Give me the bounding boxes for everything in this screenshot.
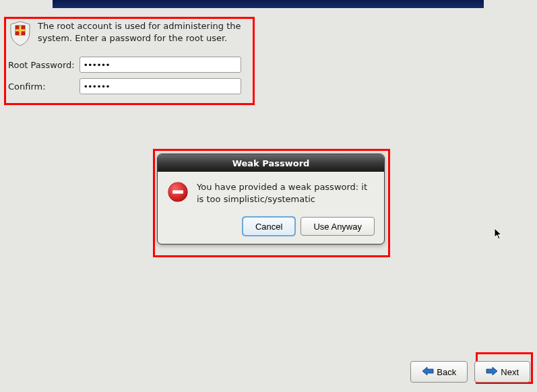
arrow-right-icon	[486, 366, 498, 378]
root-password-label: Root Password:	[8, 60, 80, 70]
dialog-title[interactable]: Weak Password	[158, 154, 384, 172]
next-button[interactable]: Next	[474, 361, 530, 383]
root-description: The root account is used for administeri…	[38, 20, 251, 47]
back-button-label: Back	[437, 367, 456, 377]
use-anyway-button[interactable]: Use Anyway	[301, 217, 375, 236]
nav-bar: Back Next	[410, 361, 530, 383]
confirm-password-input[interactable]	[80, 78, 241, 94]
cancel-button[interactable]: Cancel	[243, 217, 295, 236]
top-banner	[53, 0, 484, 8]
svg-rect-5	[172, 191, 183, 194]
back-button[interactable]: Back	[410, 361, 468, 383]
weak-password-dialog: Weak Password You have provided a weak p	[157, 154, 385, 244]
arrow-left-icon	[422, 366, 434, 378]
dialog-title-text: Weak Password	[232, 158, 310, 168]
confirm-label: Confirm:	[8, 81, 80, 92]
shield-icon	[8, 20, 32, 47]
root-password-input[interactable]	[80, 57, 241, 73]
svg-rect-2	[15, 30, 25, 32]
error-icon	[167, 181, 189, 203]
dialog-message: You have provided a weak password: it is…	[197, 181, 375, 205]
cancel-button-label: Cancel	[255, 222, 282, 232]
use-anyway-button-label: Use Anyway	[313, 222, 362, 232]
root-password-form: The root account is used for administeri…	[8, 20, 251, 100]
cursor-icon	[494, 228, 503, 240]
next-button-label: Next	[501, 367, 519, 377]
